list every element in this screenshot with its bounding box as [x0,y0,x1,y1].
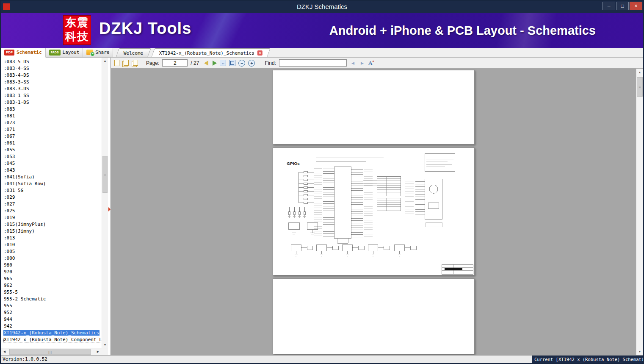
sidebar-hscroll-track[interactable] [8,348,94,355]
previous-page-icon[interactable] [204,61,208,66]
sidebar-item[interactable]: :055 [1,147,102,154]
tool-tabs: PDF Schematic PADS Layout Share [1,47,113,57]
find-previous-icon[interactable] [350,60,356,66]
single-page-view-icon[interactable] [114,60,119,66]
find-next-icon[interactable] [359,60,365,66]
sidebar-item[interactable]: :073 [1,120,102,127]
doc-tab-close-icon[interactable]: × [257,50,263,56]
sidebar-item[interactable]: :067 [1,133,102,140]
sidebar-item[interactable]: :083-1-DS [1,100,102,106]
status-bar: Version:1.0.0.52 Current [XT1942-x_(Robu… [1,355,643,363]
tab-layout[interactable]: PADS Layout [46,47,83,57]
sidebar-item[interactable]: :071 [1,127,102,133]
pdf-page-previous [273,70,475,144]
schematic-sidebar: :083-5-DS:083-4-SS:083-4-DS:083-3-SS:083… [1,58,108,355]
sidebar-item[interactable]: :083-1-SS [1,93,102,100]
tab-schematic[interactable]: PDF Schematic [1,47,46,58]
sidebar-item[interactable]: :053 [1,154,102,161]
viewer-vertical-scrollbar[interactable] [636,69,643,355]
scroll-down-icon[interactable] [102,342,108,348]
sidebar-item[interactable]: 962 [1,283,102,289]
current-document-label: Current [XT1942-x_(Robusta_Note)_Schemat… [532,356,643,363]
sidebar-splitter[interactable] [108,58,111,355]
version-label: Version:1.0.0.52 [1,356,49,363]
sidebar-item[interactable]: :083-5-DS [1,59,102,66]
sidebar-item[interactable]: :031 5G [1,188,102,195]
text-size-icon[interactable] [368,59,374,66]
sidebar-item[interactable]: 955-5 [1,289,102,296]
sidebar-item[interactable]: 955-2 Schematic [1,296,102,303]
banner-tagline: Android + iPhone & PCB Layout - Schemati… [329,24,596,38]
sidebar-item[interactable]: :083-3-SS [1,79,102,86]
window-title: DZKJ Schematics [1,1,643,13]
sidebar-vertical-scrollbar[interactable] [102,58,108,348]
book-view-icon[interactable] [132,60,138,67]
sidebar-item[interactable]: :025 [1,208,102,215]
sidebar-collapse-arrow[interactable] [108,207,111,211]
tab-bar: PDF Schematic PADS Layout Share Welcome … [1,48,643,58]
zoom-in-icon[interactable] [248,60,255,67]
sidebar-item[interactable]: :015(JimnyPlus) [1,222,102,228]
sidebar-item[interactable]: 955 [1,303,102,310]
scroll-left-icon[interactable] [1,348,8,355]
sidebar-item[interactable]: :019 [1,215,102,222]
fit-page-icon[interactable] [229,60,235,66]
sidebar-item[interactable]: XT1942-x_(Robusta_Note)_Component_Loc [1,337,102,344]
sidebar-item[interactable]: :015(Jimny) [1,228,102,235]
sidebar-horizontal-scrollbar[interactable] [1,348,108,355]
sidebar-item[interactable]: :061 [1,140,102,147]
sidebar-item[interactable]: :041(Sofia) [1,174,102,181]
tab-share-label: Share [95,50,109,55]
viewer-scroll-down-icon[interactable] [636,348,643,355]
pdf-toolbar: Page: / 27 Find: [111,58,643,69]
sidebar-item[interactable]: 952 [1,310,102,317]
sidebar-item[interactable]: :083-4-SS [1,66,102,72]
maximize-button[interactable]: □ [616,2,629,10]
sidebar-item[interactable]: :081 [1,113,102,120]
schematic-drawing: GPIOs [273,148,474,275]
viewer-scroll-up-icon[interactable] [636,69,643,76]
close-button[interactable]: × [630,2,642,10]
tab-share[interactable]: Share [83,47,113,57]
sidebar-item[interactable]: :010 [1,242,102,249]
find-input[interactable] [279,59,347,67]
sidebar-item[interactable]: :083 [1,106,102,113]
sidebar-item[interactable]: :027 [1,201,102,208]
zoom-out-icon[interactable] [238,60,245,67]
sidebar-item[interactable]: 965 [1,276,102,283]
sidebar-item[interactable]: :005 [1,249,102,256]
doc-tab-welcome[interactable]: Welcome [116,48,152,57]
sidebar-item[interactable]: :041(Sofia Row) [1,181,102,188]
fit-width-icon[interactable] [220,60,226,66]
content-column: Page: / 27 Find: [111,58,643,355]
sidebar-item[interactable]: 970 [1,269,102,276]
minimize-button[interactable]: – [603,2,615,10]
pdf-page-next [273,278,475,354]
sidebar-item[interactable]: XT1942-x_(Robusta_Note)_Schematics [1,330,102,337]
sidebar-hscroll-thumb[interactable] [9,349,91,355]
sidebar-item[interactable]: 980 [1,262,102,269]
sidebar-item[interactable]: :043 [1,167,102,174]
sidebar-item[interactable]: :013 [1,235,102,242]
sidebar-item[interactable]: :083-4-DS [1,72,102,79]
tab-schematic-label: Schematic [17,50,42,55]
facing-pages-view-icon[interactable] [122,60,129,67]
viewer-scrollbar-thumb[interactable] [637,77,643,97]
scroll-up-icon[interactable] [102,58,108,64]
page-total-label: / 27 [191,60,199,66]
sidebar-scrollbar-thumb[interactable] [102,156,108,193]
next-page-icon[interactable] [213,61,217,66]
app-window: DZKJ Schematics – □ × 东震 科技 DZKJ Tools A… [0,0,644,364]
sidebar-item[interactable]: :083-3-DS [1,86,102,93]
logo-line2: 科技 [64,30,91,44]
sidebar-item[interactable]: 944 [1,317,102,323]
page-number-input[interactable] [162,59,188,67]
schematic-title: GPIOs [287,161,300,166]
scroll-right-icon[interactable] [94,348,102,355]
sidebar-item[interactable]: :029 [1,195,102,201]
sidebar-item[interactable]: :000 [1,256,102,262]
doc-tab-schematics[interactable]: XT1942-x_(Robusta_Note)_Schematics × [151,48,271,57]
sidebar-item[interactable]: :045 [1,161,102,167]
document-tabs: Welcome XT1942-x_(Robusta_Note)_Schemati… [117,48,272,57]
sidebar-item[interactable]: 942 [1,323,102,330]
